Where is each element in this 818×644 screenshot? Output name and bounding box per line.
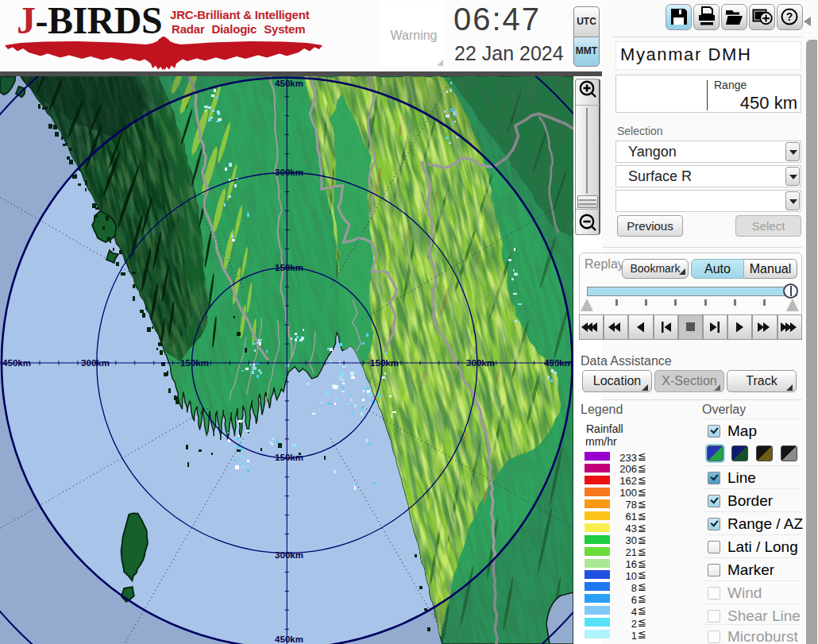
svg-text:450km: 450km [275,79,303,88]
svg-text:450km: 450km [275,634,303,644]
svg-text:150km: 150km [180,358,209,368]
svg-text:300km: 300km [275,550,303,560]
svg-text:450km: 450km [2,358,31,368]
svg-text:?: ? [786,10,793,23]
svg-text:450km: 450km [544,358,573,368]
svg-text:150km: 150km [275,453,303,462]
svg-text:300km: 300km [466,358,495,368]
svg-text:300km: 300km [81,358,110,368]
svg-text:150km: 150km [275,263,303,272]
svg-text:150km: 150km [370,358,399,368]
svg-text:300km: 300km [275,168,303,177]
